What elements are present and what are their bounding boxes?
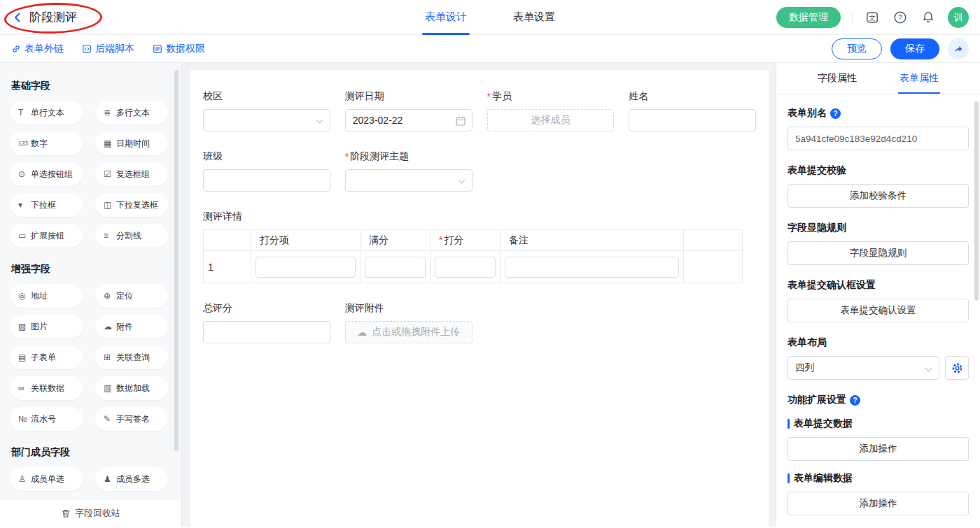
tab-form-design[interactable]: 表单设计: [422, 0, 470, 35]
field-item-member-multi[interactable]: ♟成员多选: [95, 467, 168, 491]
submit-data-label: 表单提交数据: [788, 418, 969, 430]
add-submit-action-button[interactable]: 添加操作: [788, 437, 969, 461]
tab-field-properties[interactable]: 字段属性: [816, 63, 858, 94]
col-score: *打分: [430, 230, 500, 251]
save-button[interactable]: 保存: [890, 38, 939, 59]
required-mark: *: [439, 234, 442, 245]
form-external-link[interactable]: 表单外链: [11, 43, 64, 55]
field-topic: *阶段测评主题: [345, 150, 472, 192]
field-item-single-line-text[interactable]: T单行文本: [10, 101, 83, 124]
field-recycle-bin[interactable]: 字段回收站: [0, 499, 181, 527]
section-title-enhanced-fields: 增强字段: [11, 263, 172, 276]
translate-icon[interactable]: 文: [864, 9, 881, 26]
field-item-linked-data[interactable]: ∞关联数据: [10, 376, 83, 400]
recycle-bin-label: 字段回收站: [75, 507, 120, 520]
field-item-radio-group[interactable]: ⊙单选按钮组: [10, 162, 83, 186]
bell-icon[interactable]: [920, 9, 937, 26]
section-title-member-fields: 部门成员字段: [11, 446, 172, 459]
form-layout-label: 表单布局: [788, 336, 969, 349]
field-item-datetime[interactable]: ▦日期时间: [95, 131, 168, 155]
field-item-subform[interactable]: ▤子表单: [10, 345, 83, 369]
submit-confirm-button[interactable]: 表单提交确认设置: [788, 299, 969, 322]
help-icon[interactable]: ?: [850, 395, 860, 406]
extension-settings-label: 功能扩展设置 ?: [788, 394, 969, 406]
field-item-dropdown[interactable]: ▾下拉框: [10, 193, 83, 217]
score-item-input[interactable]: [255, 257, 356, 278]
full-score-input[interactable]: [365, 257, 426, 278]
attachment-icon: ☁: [104, 322, 116, 331]
field-item-label: 复选框组: [116, 169, 150, 180]
field-label: 校区: [203, 90, 330, 104]
add-edit-action-button[interactable]: 添加操作: [788, 492, 969, 515]
field-item-label: 分割线: [116, 230, 141, 242]
total-score-input[interactable]: [203, 321, 330, 343]
data-permission-link[interactable]: 数据权限: [153, 43, 205, 55]
field-student: *学员 选择成员: [487, 90, 615, 131]
field-item-multi-dropdown[interactable]: ◫下拉复选框: [95, 193, 168, 217]
remark-input[interactable]: [505, 257, 679, 278]
field-visibility-button[interactable]: 字段显隐规则: [788, 241, 969, 265]
sidebar-scrollbar[interactable]: [174, 70, 178, 451]
layout-select[interactable]: 四列: [788, 356, 939, 380]
attachment-upload[interactable]: ☁ 点击或拖拽附件上传: [345, 321, 472, 343]
campus-select[interactable]: [203, 109, 330, 131]
permission-icon: [153, 44, 162, 54]
panel-scrollbar[interactable]: [974, 101, 979, 301]
text-icon: T: [18, 108, 31, 117]
field-item-label: 下拉框: [31, 199, 56, 211]
field-item-data-load[interactable]: ▥数据加载: [95, 376, 168, 400]
field-item-number[interactable]: 123数字: [10, 131, 83, 155]
field-item-label: 流水号: [31, 413, 56, 425]
add-validation-button[interactable]: 添加校验条件: [788, 184, 969, 208]
name-input[interactable]: [629, 109, 756, 131]
field-item-address[interactable]: ◎地址: [10, 284, 83, 308]
edit-data-label: 表单编辑数据: [788, 472, 969, 485]
student-picker[interactable]: 选择成员: [487, 109, 615, 131]
chevron-down-icon: [316, 117, 323, 124]
tab-form-settings[interactable]: 表单设置: [510, 0, 558, 35]
share-button[interactable]: [948, 38, 969, 59]
eval-date-input[interactable]: 2023-02-22: [345, 109, 472, 131]
button-icon: ▭: [18, 231, 31, 241]
detail-table-row: 1: [204, 251, 743, 283]
help-icon[interactable]: ?: [892, 9, 909, 26]
field-label: 姓名: [629, 90, 756, 104]
field-item-location[interactable]: ⊕定位: [95, 284, 168, 308]
header-tabs: 表单设计 表单设置: [422, 0, 558, 35]
backend-script-link[interactable]: 后端脚本: [82, 43, 134, 55]
field-item-multi-line-text[interactable]: ≣多行文本: [95, 101, 168, 124]
col-full-score: 满分: [360, 230, 430, 251]
tab-form-properties[interactable]: 表单属性: [898, 63, 940, 94]
link-icon: [11, 44, 21, 54]
gear-icon: [951, 362, 963, 374]
field-item-checkbox-group[interactable]: ☑复选框组: [95, 162, 168, 186]
topic-select[interactable]: [345, 169, 472, 192]
field-item-member-single[interactable]: ♙成员单选: [10, 467, 83, 491]
layout-settings-button[interactable]: [945, 356, 969, 380]
avatar[interactable]: 训: [948, 7, 969, 28]
form-alias-input[interactable]: 5a941cfe09c183e92d4cd210: [788, 127, 969, 150]
location-icon: ⊕: [104, 291, 116, 301]
data-manage-button[interactable]: 数据管理: [776, 7, 841, 28]
divider-icon: ≡: [104, 231, 116, 241]
help-icon[interactable]: ?: [830, 108, 841, 119]
score-input[interactable]: [435, 257, 496, 278]
field-item-divider[interactable]: ≡分割线: [95, 224, 168, 248]
field-item-attachment[interactable]: ☁附件: [95, 315, 168, 338]
checkbox-icon: ☑: [104, 169, 116, 179]
class-input[interactable]: [203, 169, 330, 192]
back-button[interactable]: [11, 11, 24, 24]
serial-icon: №: [18, 414, 31, 424]
field-item-linked-query[interactable]: ⊞关联查询: [95, 345, 168, 369]
field-item-signature[interactable]: ✎手写签名: [95, 407, 168, 431]
field-item-label: 下拉复选框: [116, 199, 158, 211]
student-placeholder: 选择成员: [531, 114, 570, 127]
preview-button[interactable]: 预览: [832, 38, 882, 59]
field-item-label: 日期时间: [116, 138, 150, 150]
field-item-serial-number[interactable]: №流水号: [10, 407, 83, 431]
field-item-label: 手写签名: [116, 413, 150, 425]
field-item-extend-button[interactable]: ▭扩展按钮: [10, 224, 83, 248]
field-label: 总评分: [203, 301, 330, 315]
upload-text: 点击或拖拽附件上传: [372, 326, 460, 338]
field-item-image[interactable]: ▧图片: [10, 315, 83, 338]
